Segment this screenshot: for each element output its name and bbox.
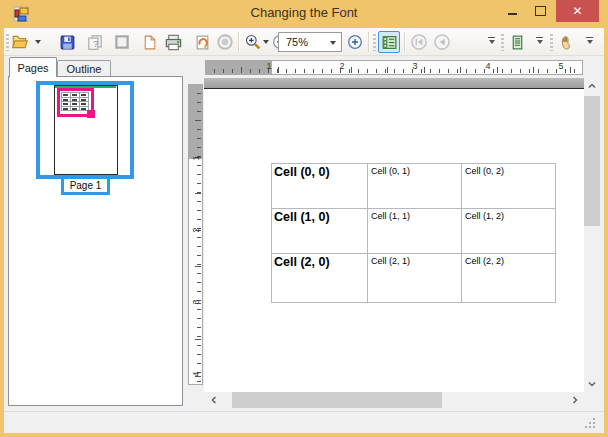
document-table: Cell (0, 0) Cell (0, 1) Cell (0, 2) Cell… [271, 163, 556, 303]
toolbar-grip[interactable] [501, 34, 504, 51]
export-button[interactable] [191, 31, 213, 53]
cancel-button[interactable] [214, 31, 236, 53]
table-cell: Cell (1, 0) [272, 209, 368, 254]
table-cell: Cell (0, 2) [462, 164, 556, 209]
print-options-button[interactable]: ? [84, 31, 106, 53]
toolbar-separator [404, 32, 405, 52]
ruler-number: 5 [555, 61, 567, 71]
table-cell: Cell (2, 0) [272, 254, 368, 303]
chevron-up-icon [587, 81, 597, 91]
previous-page-button[interactable] [431, 31, 453, 53]
page-setup-button[interactable] [111, 31, 133, 53]
zoom-level-combobox[interactable]: 75% [278, 32, 342, 52]
scrollbar-corner [584, 392, 600, 408]
chevron-right-icon [570, 395, 580, 405]
ruler-number: 4 [482, 61, 494, 71]
tab-pages-label: Pages [17, 62, 48, 74]
toolbar-overflow-button[interactable] [584, 32, 595, 52]
thumbnails-toggle-button[interactable] [378, 31, 400, 53]
previous-page-icon [433, 33, 451, 51]
cancel-icon [216, 33, 234, 51]
open-dropdown-arrow[interactable] [35, 40, 41, 47]
first-page-button[interactable] [408, 31, 430, 53]
document-background-strip [204, 78, 584, 89]
svg-text:?: ? [93, 39, 98, 49]
ruler-number: 3 [409, 61, 421, 71]
vertical-ruler: 1 2 3 4 [188, 84, 203, 385]
zoom-combo-arrow[interactable] [330, 41, 336, 48]
minimize-icon [508, 13, 517, 15]
page-icon [141, 34, 158, 51]
zoom-tool-button[interactable] [242, 31, 264, 53]
toolbar-grip[interactable] [373, 34, 376, 51]
table-cell: Cell (2, 2) [462, 254, 556, 303]
zoom-tool-dropdown-arrow[interactable] [263, 40, 269, 47]
toolbar: ? [4, 28, 604, 56]
toolbar-separator [238, 32, 239, 52]
toolbar-overflow-button[interactable] [534, 32, 545, 52]
table-cell: Cell (0, 0) [272, 164, 368, 209]
page-button[interactable] [138, 31, 160, 53]
zoom-in-icon [347, 34, 363, 50]
titlebar[interactable]: Changing the Font ✕ [0, 0, 608, 28]
chevron-left-icon [209, 395, 219, 405]
open-button[interactable] [9, 31, 31, 53]
hand-tool-button[interactable] [555, 31, 577, 53]
scroll-left-button[interactable] [206, 392, 222, 408]
close-icon: ✕ [572, 4, 582, 18]
tab-pages[interactable]: Pages [9, 57, 57, 77]
ruler-number: 1 [191, 152, 201, 165]
print-options-icon: ? [86, 33, 104, 51]
toolbar-grip[interactable] [550, 34, 553, 51]
page-thumbnail-label: Page 1 [61, 176, 110, 195]
continuous-view-icon [509, 34, 526, 51]
save-icon [59, 34, 76, 51]
maximize-icon [535, 6, 546, 16]
scroll-right-button[interactable] [567, 392, 583, 408]
close-button[interactable]: ✕ [556, 0, 599, 22]
toolbar-separator [368, 32, 369, 52]
table-cell: Cell (2, 1) [368, 254, 462, 303]
hand-icon [558, 34, 575, 51]
maximize-button[interactable] [526, 0, 554, 22]
scroll-up-button[interactable] [584, 78, 600, 94]
tab-outline[interactable]: Outline [57, 60, 111, 77]
zoom-in-button[interactable] [345, 31, 365, 53]
thumbnail-table [61, 92, 89, 111]
ruler-number: 2 [336, 61, 348, 71]
horizontal-ruler: 1 2 3 4 5 [205, 60, 583, 75]
tab-outline-label: Outline [67, 63, 102, 75]
continuous-view-button[interactable] [506, 31, 528, 53]
minimize-button[interactable] [498, 0, 526, 22]
resize-grip[interactable] [584, 417, 596, 429]
app-window: Changing the Font ✕ [0, 0, 608, 437]
first-page-icon [410, 33, 428, 51]
zoom-level-value: 75% [286, 36, 308, 48]
statusbar [4, 411, 604, 433]
save-button[interactable] [56, 31, 78, 53]
export-refresh-icon [194, 34, 211, 51]
horizontal-scrollbar-thumb[interactable] [232, 392, 442, 408]
ruler-number: 2 [191, 224, 201, 237]
toolbar-overflow-button[interactable] [486, 32, 497, 52]
folder-open-icon [11, 33, 29, 51]
thumbnail-highlight-corner [87, 110, 95, 118]
chevron-down-icon [587, 379, 597, 389]
page-label-text: Page 1 [70, 180, 102, 191]
thumbnails-icon [381, 34, 398, 51]
table-cell: Cell (1, 2) [462, 209, 556, 254]
print-button[interactable] [162, 31, 184, 53]
ruler-number: 4 [191, 368, 201, 381]
ruler-number: 1 [263, 61, 275, 71]
magnifier-icon [244, 33, 262, 51]
scroll-down-button[interactable] [584, 376, 600, 392]
table-cell: Cell (0, 1) [368, 164, 462, 209]
print-icon [164, 33, 183, 52]
vertical-scrollbar-thumb[interactable] [584, 96, 600, 226]
page-setup-icon [113, 33, 131, 51]
ruler-number: 3 [191, 296, 201, 309]
table-cell: Cell (1, 1) [368, 209, 462, 254]
